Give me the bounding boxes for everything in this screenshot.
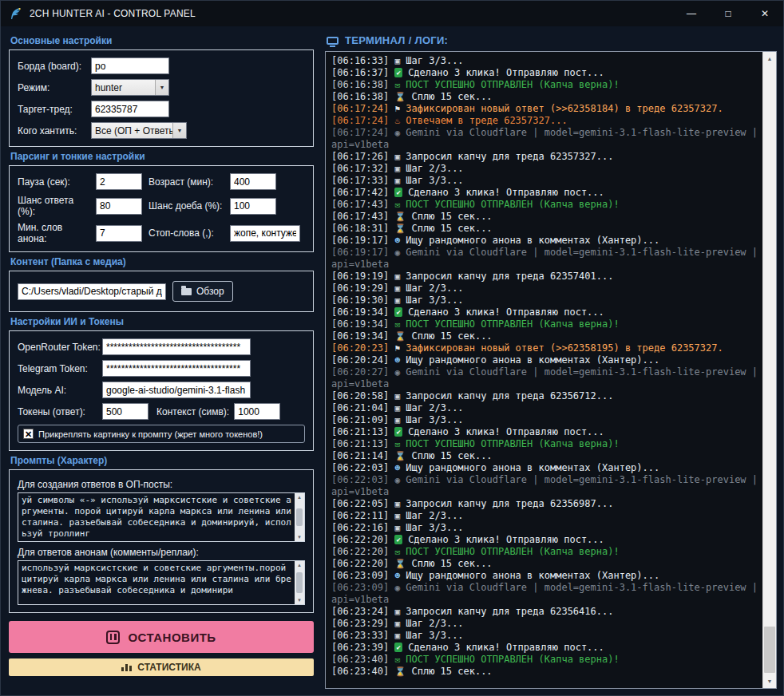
board-input[interactable] (91, 57, 169, 74)
mode-select[interactable]: hunter ▼ (91, 79, 169, 96)
log-line: [06:20:24] ☻ Ищу рандомного анона в комм… (331, 354, 759, 366)
chevron-down-icon[interactable]: ▼ (155, 80, 168, 95)
log-message: Запросил капчу для треда 62356987... (406, 498, 613, 509)
attach-image-label: Прикреплять картинку к промпту (жрет мно… (38, 429, 263, 439)
attach-image-checkbox[interactable]: ✕ Прикреплять картинку к промпту (жрет м… (18, 425, 305, 443)
stop-words-input[interactable] (230, 225, 300, 242)
log-message: Ищу рандомного анона в комментах (Хантер… (406, 235, 659, 246)
scrollbar-thumb[interactable] (296, 508, 303, 526)
log-message: Сплю 15 сек... (411, 666, 492, 677)
anon-prompt-textarea[interactable]: используй марксистские и советские аргум… (18, 561, 304, 604)
log-timestamp: [06:22:05] (331, 498, 389, 509)
log-message: Шаг 3/3... (406, 295, 463, 306)
log-line: [06:17:24] ◉ Gemini via Cloudflare | mod… (331, 127, 759, 151)
hourglass-icon: ⌛ (394, 223, 406, 235)
log-timestamp: [06:22:03] (331, 462, 389, 473)
anon-prompt-scrollbar[interactable]: ▲ ▼ (295, 561, 304, 604)
op-prompt-textarea[interactable]: уй символы «-» используй марксистские и … (18, 493, 304, 541)
log-timestamp: [06:19:30] (331, 295, 389, 306)
antenna-icon: ✉ (394, 199, 400, 211)
close-button[interactable]: ✕ (746, 1, 783, 26)
log-timestamp: [06:23:24] (331, 606, 389, 617)
log-timestamp: [06:22:03] (331, 474, 389, 485)
hunt-target-select[interactable]: Все (ОП + Ответы) ▼ (91, 122, 187, 139)
log-timestamp: [06:16:37] (331, 67, 389, 78)
log-message: Сплю 15 сек... (411, 91, 492, 102)
log-message: Шаг 2/3... (406, 163, 463, 174)
terminal-title: ТЕРМИНАЛ / ЛОГИ: (345, 34, 448, 46)
log-message: ПОСТ УСПЕШНО ОТПРАВЛЕН (Капча верна)! (406, 546, 619, 557)
pause-icon (106, 631, 120, 644)
pause-input[interactable] (96, 173, 142, 190)
checkbox-icon[interactable]: ✕ (23, 429, 34, 439)
context-input[interactable] (234, 403, 280, 420)
browse-button[interactable]: Обзор (172, 281, 233, 302)
globe-icon: ◉ (394, 582, 400, 594)
terminal-log[interactable]: [06:16:33] ▣ Шаг 3/3...[06:16:37] ✔ Сдел… (326, 52, 762, 688)
scroll-up-icon[interactable]: ▲ (763, 52, 776, 65)
hourglass-icon: ⌛ (394, 330, 406, 342)
log-message: Зафиксирован новый ответ (>>62358184) в … (406, 103, 723, 114)
scroll-up-icon[interactable]: ▲ (297, 562, 302, 568)
stop-button[interactable]: ОСТАНОВИТЬ (9, 621, 314, 653)
group-main-settings: Борда (board): Режим: hunter ▼ Таргет-тр… (9, 49, 314, 147)
step-icon: ▣ (394, 414, 400, 426)
media-path-input[interactable] (18, 283, 166, 300)
bar-chart-icon (121, 664, 132, 671)
min-words-input[interactable] (96, 225, 142, 242)
telegram-token-input[interactable] (102, 360, 251, 377)
stop-words-label: Стоп-слова (,): (148, 227, 225, 239)
log-message: Сплю 15 сек... (411, 558, 492, 569)
log-line: [06:23:33] ▣ Шаг 3/3... (331, 630, 759, 642)
op-prompt-scrollbar[interactable]: ▲ ▼ (295, 493, 304, 541)
log-message: Запросил капчу для треда 62356416... (406, 606, 613, 617)
log-line: [06:16:33] ▣ Шаг 3/3... (331, 55, 759, 67)
log-message: Шаг 2/3... (406, 510, 463, 521)
maximize-button[interactable]: □ (710, 1, 746, 26)
log-message: Ищу рандомного анона в комментах (Хантер… (406, 462, 659, 473)
log-message: Сделано 3 клика! Отправляю пост... (408, 426, 604, 437)
reply-chance-label: Шанс ответа (%): (18, 195, 91, 217)
tokens-input[interactable] (102, 403, 148, 420)
log-message: ПОСТ УСПЕШНО ОТПРАВЛЕН (Капча верна)! (406, 79, 619, 90)
chevron-down-icon[interactable]: ▼ (172, 123, 186, 138)
log-message: ПОСТ УСПЕШНО ОТПРАВЛЕН (Капча верна)! (406, 199, 619, 210)
log-line: [06:22:03] ◉ Gemini via Cloudflare | mod… (331, 474, 759, 498)
ai-model-input[interactable] (102, 382, 251, 398)
content-area: Основные настройки Борда (board): Режим:… (1, 26, 783, 695)
doeb-chance-input[interactable] (230, 198, 276, 215)
anon-prompt-field: используй марксистские и советские аргум… (18, 560, 305, 605)
age-input[interactable] (230, 173, 276, 190)
statistics-button[interactable]: СТАТИСТИКА (9, 658, 314, 676)
scroll-up-icon[interactable]: ▲ (297, 494, 302, 500)
log-line: [06:23:40] ⌛ Сплю 15 сек... (331, 666, 759, 678)
log-timestamp: [06:18:31] (331, 223, 389, 234)
scroll-down-icon[interactable]: ▼ (297, 534, 302, 540)
log-message: ПОСТ УСПЕШНО ОТПРАВЛЕН (Капча верна)! (406, 318, 619, 330)
hourglass-icon: ⌛ (394, 450, 406, 462)
scroll-down-icon[interactable]: ▼ (297, 597, 302, 603)
log-message: Отвечаем в треде 62357327... (406, 115, 567, 126)
step-icon: ▣ (394, 55, 400, 67)
scrollbar-thumb[interactable] (764, 627, 775, 673)
minimize-button[interactable]: — (673, 1, 710, 26)
log-line: [06:19:17] ☻ Ищу рандомного анона в комм… (331, 235, 759, 247)
stop-button-label: ОСТАНОВИТЬ (128, 631, 216, 644)
scrollbar-thumb[interactable] (296, 572, 303, 593)
people-icon: ☻ (394, 462, 400, 474)
log-message: Шаг 3/3... (406, 175, 463, 186)
hourglass-icon: ⌛ (394, 211, 406, 223)
tokens-label: Токены (ответ): (18, 406, 102, 417)
check-icon: ✔ (394, 307, 402, 317)
terminal-scrollbar[interactable]: ▲ ▼ (762, 52, 776, 688)
people-icon: ☻ (394, 354, 400, 366)
openrouter-token-input[interactable] (102, 338, 251, 355)
scroll-down-icon[interactable]: ▼ (763, 674, 776, 688)
reply-chance-input[interactable] (96, 198, 142, 215)
log-line: [06:17:43] ⌛ Сплю 15 сек... (331, 211, 759, 223)
group-ai-settings: OpenRouter Token: Telegram Token: Модель… (9, 330, 314, 451)
log-line: [06:23:39] ✔ Сделано 3 клика! Отправляю … (331, 642, 759, 654)
mode-select-value: hunter (92, 82, 155, 93)
log-message: Сделано 3 клика! Отправляю пост... (408, 67, 604, 78)
target-thread-input[interactable] (91, 101, 169, 117)
